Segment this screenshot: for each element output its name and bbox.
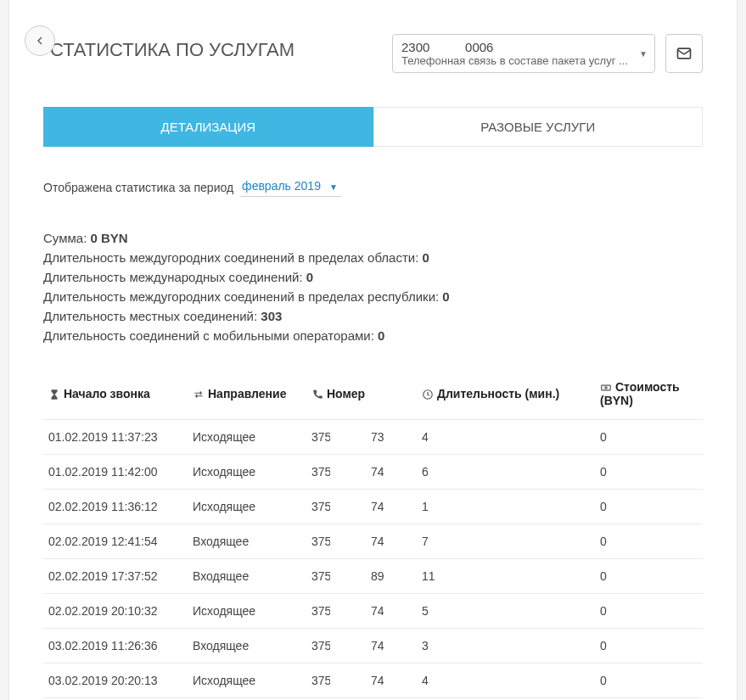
- mail-icon: [676, 45, 693, 62]
- cell-start: 02.02.2019 12:41:54: [43, 524, 188, 559]
- arrows-icon: [193, 389, 205, 400]
- account-select[interactable]: 2300000000006 Телефонная связь в составе…: [392, 34, 655, 73]
- col-header-cost: Стоимость (BYN): [600, 380, 680, 407]
- table-row: 02.02.2019 12:41:54Входящее3750000037470: [43, 524, 703, 559]
- summary-line-value: 0: [422, 250, 429, 265]
- summary-line-label: Длительность соединений с мобильными опе…: [43, 328, 374, 343]
- arrow-left-icon: [33, 34, 47, 48]
- cell-number: 37500000374: [306, 594, 417, 629]
- cell-cost: 0: [595, 490, 703, 524]
- cell-direction: Исходящее: [188, 490, 306, 524]
- cell-start: 03.02.2019 20:20:13: [43, 664, 188, 698]
- cell-cost: 0: [595, 455, 703, 490]
- cell-number: 37500000889: [306, 559, 417, 594]
- number-mask: [330, 456, 371, 487]
- cell-direction: Входящее: [188, 524, 306, 559]
- money-icon: [600, 382, 612, 394]
- cell-duration: 1: [417, 490, 595, 524]
- cell-cost: 0: [595, 629, 703, 664]
- cell-direction: Входящее: [188, 629, 306, 664]
- phone-icon: [311, 389, 323, 400]
- hourglass-icon: [48, 389, 60, 400]
- table-row: 03.02.2019 11:26:36Входящее3750000037430: [43, 629, 703, 664]
- cell-start: 02.02.2019 11:36:12: [43, 490, 188, 524]
- back-button[interactable]: [25, 25, 55, 56]
- table-row: 01.02.2019 11:42:00Исходящее375000003746…: [43, 455, 703, 490]
- table-row: 02.02.2019 20:10:32Исходящее375000003745…: [43, 594, 703, 629]
- cell-number: 37500000374: [306, 455, 417, 490]
- cell-number: 37500000374: [306, 490, 417, 524]
- cell-start: 01.02.2019 11:37:23: [43, 420, 188, 455]
- tab-once[interactable]: РАЗОВЫЕ УСЛУГИ: [373, 107, 704, 147]
- summary-line-label: Длительность международных соединений:: [43, 270, 303, 284]
- cell-direction: Входящее: [188, 559, 306, 594]
- table-row: 03.02.2019 20:20:13Исходящее375000003744…: [43, 664, 703, 698]
- cell-direction: Исходящее: [188, 594, 306, 629]
- cell-number: 37500000374: [306, 629, 417, 664]
- cell-duration: 6: [417, 455, 595, 490]
- number-mask: [330, 526, 371, 557]
- summary-line-value: 303: [261, 309, 282, 323]
- account-number-masked: 00000: [429, 40, 465, 54]
- cell-start: 02.02.2019 17:37:52: [43, 559, 188, 594]
- account-description: Телефонная связь в составе пакета услуг …: [401, 54, 634, 67]
- mail-button[interactable]: [665, 34, 703, 73]
- number-mask: [330, 665, 371, 696]
- table-row: 02.02.2019 11:36:12Исходящее375000003741…: [43, 490, 703, 524]
- number-mask: [330, 491, 371, 522]
- calls-table: Начало звонка Направление Номер Длительн…: [43, 368, 703, 700]
- svg-rect-2: [602, 385, 611, 390]
- number-mask: [330, 596, 371, 626]
- number-mask: [330, 630, 371, 661]
- cell-duration: 7: [417, 524, 595, 559]
- cell-start: 03.02.2019 11:26:36: [43, 629, 188, 664]
- cell-duration: 3: [417, 629, 595, 664]
- summary-line-label: Длительность междугородних соединений в …: [43, 250, 418, 265]
- cell-number: 37500000873: [306, 420, 417, 455]
- summary-line-value: 0: [378, 328, 384, 343]
- period-picker[interactable]: февраль 2019 ▼: [240, 177, 341, 197]
- summary-line-label: Длительность междугородних соединений в …: [43, 289, 439, 304]
- cell-start: 02.02.2019 20:10:32: [43, 594, 188, 629]
- summary-line-label: Длительность местных соединений:: [43, 309, 257, 323]
- summary-block: Сумма: 0 BYN Длительность междугородних …: [43, 231, 703, 343]
- cell-direction: Исходящее: [188, 455, 306, 490]
- col-header-start: Начало звонка: [64, 387, 150, 400]
- table-row: 01.02.2019 11:37:23Исходящее375000008734…: [43, 420, 703, 455]
- cell-duration: 5: [417, 594, 595, 629]
- clock-icon: [422, 389, 434, 400]
- chevron-down-icon: ▼: [329, 182, 338, 192]
- col-header-direction: Направление: [208, 387, 286, 400]
- cell-duration: 4: [417, 420, 595, 455]
- account-number-prefix: 2300: [401, 40, 429, 54]
- tabs: ДЕТАЛИЗАЦИЯ РАЗОВЫЕ УСЛУГИ: [43, 107, 703, 147]
- summary-line-value: 0: [442, 289, 449, 304]
- cell-start: 01.02.2019 11:42:00: [43, 455, 188, 490]
- cell-duration: 11: [417, 559, 595, 594]
- cell-cost: 0: [595, 559, 703, 594]
- period-label: Отображена статистика за период: [43, 181, 233, 194]
- page-title: СТАТИСТИКА ПО УСЛУГАМ: [50, 39, 294, 61]
- chevron-down-icon: ▼: [639, 49, 648, 59]
- tab-detail[interactable]: ДЕТАЛИЗАЦИЯ: [43, 107, 373, 147]
- cell-cost: 0: [595, 664, 703, 698]
- number-mask: [330, 422, 371, 452]
- col-header-duration: Длительность (мин.): [437, 387, 559, 400]
- account-number-suffix: 0006: [465, 40, 493, 54]
- cell-number: 37500000374: [306, 664, 417, 698]
- cell-cost: 0: [595, 524, 703, 559]
- summary-sum-value: 0 BYN: [90, 231, 127, 245]
- cell-cost: 0: [595, 420, 703, 455]
- col-header-number: Номер: [327, 387, 365, 400]
- cell-direction: Исходящее: [188, 664, 306, 698]
- cell-direction: Исходящее: [188, 420, 306, 455]
- cell-number: 37500000374: [306, 524, 417, 559]
- cell-cost: 0: [595, 594, 703, 629]
- summary-line-value: 0: [306, 270, 313, 284]
- cell-duration: 4: [417, 664, 595, 698]
- svg-point-3: [605, 387, 607, 389]
- number-mask: [330, 561, 371, 591]
- table-row: 02.02.2019 17:37:52Входящее3750000088911…: [43, 559, 703, 594]
- period-value: февраль 2019: [242, 179, 321, 193]
- summary-sum-label: Сумма:: [43, 231, 87, 245]
